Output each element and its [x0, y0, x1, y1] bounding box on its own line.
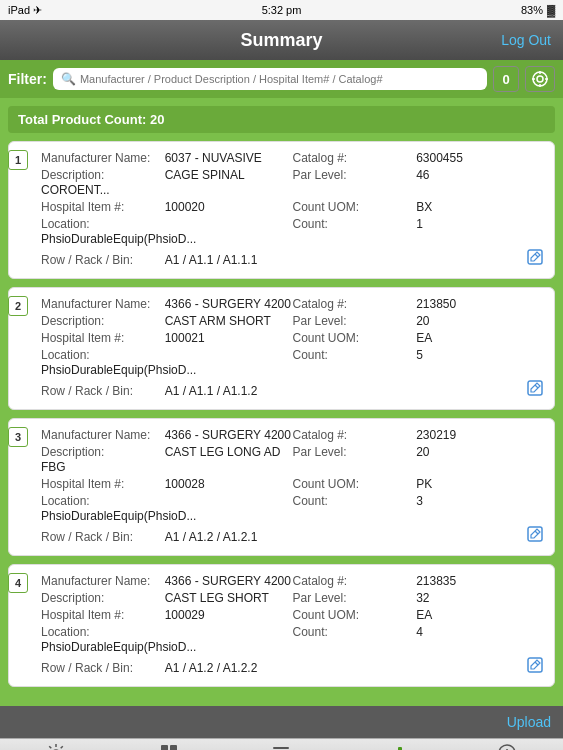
location-label-4: Location:	[41, 625, 161, 639]
total-count-bar: Total Product Count: 20	[8, 106, 555, 133]
catalog-value-4: 213835	[416, 574, 456, 588]
hospitalitem-value-3: 100028	[165, 477, 205, 491]
svg-text:i: i	[505, 747, 508, 751]
svg-point-0	[533, 72, 547, 86]
ipad-label: iPad ✈	[8, 4, 42, 17]
rowrack-label-4: Row / Rack / Bin:	[41, 661, 161, 675]
parlevel-label-3: Par Level:	[293, 445, 413, 459]
catalog-label-1: Catalog #:	[293, 151, 413, 165]
hospitalitem-label-2: Hospital Item #:	[41, 331, 161, 345]
location-label-3: Location:	[41, 494, 161, 508]
summary-icon	[384, 743, 404, 751]
hospitalitem-label-4: Hospital Item #:	[41, 608, 161, 622]
countuom-label-4: Count UOM:	[293, 608, 413, 622]
svg-rect-15	[161, 745, 168, 751]
card-number-2: 2	[8, 296, 28, 316]
location-value-3: PhsioDurableEquip(PhsioD...	[41, 509, 196, 523]
logout-button[interactable]: Log Out	[501, 32, 551, 48]
tab-settings[interactable]: Settings	[0, 739, 113, 750]
battery-icon: ▓	[547, 4, 555, 16]
product-card-2: 2 Manufacturer Name: 4366 - SURGERY 4200…	[8, 287, 555, 410]
countuom-label-1: Count UOM:	[293, 200, 413, 214]
location-value-2: PhsioDurableEquip(PhsioD...	[41, 363, 196, 377]
upload-bar[interactable]: Upload	[0, 706, 563, 738]
parlevel-value-4: 32	[416, 591, 429, 605]
count-label-3: Count:	[293, 494, 413, 508]
manufacturer-label-2: Manufacturer Name:	[41, 297, 161, 311]
countuom-value-2: EA	[416, 331, 432, 345]
hospitalitem-value-2: 100021	[165, 331, 205, 345]
hospitalitem-label-1: Hospital Item #:	[41, 200, 161, 214]
parlevel-label-1: Par Level:	[293, 168, 413, 182]
manufacturer-label-1: Manufacturer Name:	[41, 151, 161, 165]
selective-count-icon	[271, 743, 291, 751]
count-label-2: Count:	[293, 348, 413, 362]
filter-input[interactable]	[80, 73, 479, 85]
count-label-1: Count:	[293, 217, 413, 231]
tab-bar: Settings Z Count Selective Count Summary…	[0, 738, 563, 750]
svg-line-13	[535, 662, 538, 665]
parlevel-value-1: 46	[416, 168, 429, 182]
product-card-1: 1 Manufacturer Name: 6037 - NUVASIVE Cat…	[8, 141, 555, 279]
parlevel-value-2: 20	[416, 314, 429, 328]
manufacturer-label-4: Manufacturer Name:	[41, 574, 161, 588]
hospitalitem-value-4: 100029	[165, 608, 205, 622]
card-number-3: 3	[8, 427, 28, 447]
status-bar: iPad ✈ 5:32 pm 83% ▓	[0, 0, 563, 20]
catalog-label-4: Catalog #:	[293, 574, 413, 588]
parlevel-label-4: Par Level:	[293, 591, 413, 605]
count-value-2: 5	[416, 348, 423, 362]
tab-summary[interactable]: Summary	[338, 739, 451, 750]
search-icon: 🔍	[61, 72, 76, 86]
manufacturer-value-3: 4366 - SURGERY 4200	[165, 428, 291, 442]
edit-button-4[interactable]	[526, 656, 544, 678]
manufacturer-value-1: 6037 - NUVASIVE	[165, 151, 262, 165]
header: Summary Log Out	[0, 20, 563, 60]
battery-label: 83%	[521, 4, 543, 16]
hospitalitem-label-3: Hospital Item #:	[41, 477, 161, 491]
location-label-1: Location:	[41, 217, 161, 231]
edit-button-1[interactable]	[526, 248, 544, 270]
description-label-1: Description:	[41, 168, 161, 182]
settings-icon	[46, 743, 66, 751]
filter-bar: Filter: 🔍 0	[0, 60, 563, 98]
card-number-4: 4	[8, 573, 28, 593]
status-right: 83% ▓	[521, 4, 555, 16]
zcount-icon	[159, 743, 179, 751]
filter-label: Filter:	[8, 71, 47, 87]
hospitalitem-value-1: 100020	[165, 200, 205, 214]
description-label-2: Description:	[41, 314, 161, 328]
svg-line-9	[535, 385, 538, 388]
manufacturer-value-4: 4366 - SURGERY 4200	[165, 574, 291, 588]
description-label-4: Description:	[41, 591, 161, 605]
main-content: Total Product Count: 20 1 Manufacturer N…	[0, 98, 563, 706]
catalog-value-2: 213850	[416, 297, 456, 311]
edit-button-3[interactable]	[526, 525, 544, 547]
svg-rect-12	[528, 658, 542, 672]
filter-badge: 0	[493, 66, 519, 92]
svg-rect-8	[528, 381, 542, 395]
count-label-4: Count:	[293, 625, 413, 639]
filter-input-wrap[interactable]: 🔍	[53, 68, 487, 90]
scan-button[interactable]	[525, 66, 555, 92]
product-card-4: 4 Manufacturer Name: 4366 - SURGERY 4200…	[8, 564, 555, 687]
count-value-1: 1	[416, 217, 423, 231]
tab-zcount[interactable]: Z Count	[113, 739, 226, 750]
svg-rect-6	[528, 250, 542, 264]
catalog-label-2: Catalog #:	[293, 297, 413, 311]
page-title: Summary	[192, 30, 372, 51]
description-label-3: Description:	[41, 445, 161, 459]
svg-rect-24	[398, 747, 402, 751]
barcode-icon	[531, 70, 549, 88]
svg-point-1	[537, 76, 543, 82]
countuom-value-3: PK	[416, 477, 432, 491]
edit-button-2[interactable]	[526, 379, 544, 401]
status-time: 5:32 pm	[262, 4, 302, 16]
manufacturer-label-3: Manufacturer Name:	[41, 428, 161, 442]
rowrack-value-4: A1 / A1.2 / A1.2.2	[165, 661, 258, 675]
countuom-value-1: BX	[416, 200, 432, 214]
tab-help[interactable]: i Help	[450, 739, 563, 750]
tab-selective-count[interactable]: Selective Count	[225, 739, 338, 750]
product-card-3: 3 Manufacturer Name: 4366 - SURGERY 4200…	[8, 418, 555, 556]
svg-line-11	[535, 531, 538, 534]
